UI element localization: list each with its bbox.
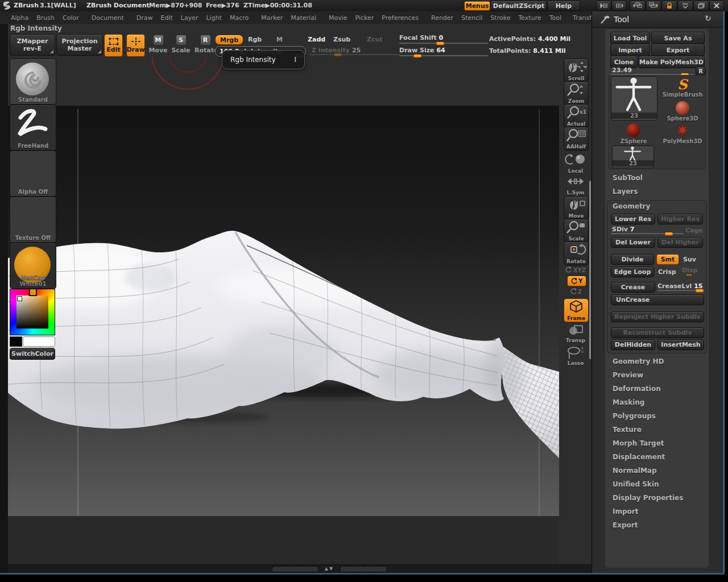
alpha-thumbnail[interactable]: Alpha Off	[10, 151, 56, 197]
reproject-button[interactable]: Reproject Higher Subdiv	[611, 311, 704, 322]
menu-draw[interactable]: Draw	[133, 14, 157, 22]
draw-size-slider[interactable]: Draw Size 64	[399, 47, 488, 57]
switch-color-button[interactable]: SwitchColor	[10, 348, 55, 360]
section-unified-skin[interactable]: Unified Skin	[613, 480, 659, 488]
creaselvl-slider[interactable]: CreaseLvl 15	[657, 282, 704, 291]
default-zscript-button[interactable]: DefaultZScript	[490, 1, 547, 11]
scroll-button[interactable]: Scroll	[564, 59, 589, 82]
transp-button[interactable]: Transp	[564, 323, 588, 344]
menu-tool[interactable]: Tool	[545, 14, 565, 22]
primary-color-swatch[interactable]	[23, 336, 55, 347]
prev-document-button[interactable]	[630, 1, 646, 11]
divide-button[interactable]: Divide	[611, 254, 654, 265]
focal-shift-slider[interactable]: Focal Shift 0	[399, 34, 488, 45]
next-document-button[interactable]	[646, 1, 661, 11]
section-deformation[interactable]: Deformation	[613, 385, 661, 393]
section-preview[interactable]: Preview	[613, 371, 643, 379]
document-canvas[interactable]	[8, 106, 559, 516]
section-displacement[interactable]: Displacement	[613, 453, 665, 461]
zoom-button[interactable]: Zoom	[564, 81, 589, 105]
z-intensity-handle[interactable]	[333, 53, 342, 57]
active-tool-thumbnail[interactable]: 23	[611, 76, 657, 120]
reconstruct-button[interactable]: Reconstruct Subdiv	[611, 327, 704, 338]
texture-thumbnail[interactable]: Texture Off	[10, 197, 56, 243]
projection-master-button[interactable]: Projection Master ◢	[56, 34, 103, 56]
tool-panel-header[interactable]: Tool ↻	[592, 11, 725, 28]
recent-tool-thumbnail[interactable]: 23	[612, 146, 654, 168]
zsphere-item[interactable]: ZSphere	[611, 123, 656, 146]
creaselvl-handle[interactable]	[695, 289, 704, 293]
section-masking[interactable]: Masking	[613, 398, 644, 406]
focal-shift-handle[interactable]	[436, 41, 445, 45]
menus-button[interactable]: Menus	[464, 1, 490, 11]
higher-res-button[interactable]: Higher Res	[657, 214, 703, 225]
zsub-button[interactable]: Zsub	[333, 36, 350, 43]
import-button[interactable]: Import	[610, 44, 650, 56]
menu-document[interactable]: Document	[88, 14, 128, 22]
draw-size-handle[interactable]	[413, 54, 422, 58]
simplebrush-item[interactable]: S SimpleBrush	[660, 76, 705, 99]
menu-light[interactable]: Light	[202, 14, 225, 22]
rotate-xyz-button[interactable]: XYZ	[564, 265, 588, 275]
menu-stencil[interactable]: Stencil	[457, 14, 486, 22]
menu-brush[interactable]: Brush	[32, 14, 59, 22]
menu-alpha[interactable]: Alpha	[7, 14, 32, 22]
rotate-button[interactable]: R Rotate	[195, 34, 216, 56]
edit-button[interactable]: Edit	[104, 34, 123, 57]
edge-loop-button[interactable]: Edge Loop	[611, 267, 654, 277]
panel-scrollbar[interactable]	[589, 181, 591, 359]
load-tool-button[interactable]: Load Tool	[610, 32, 650, 44]
disp-handle[interactable]	[685, 273, 693, 277]
smt-toggle[interactable]: Smt	[656, 254, 679, 265]
actual-button[interactable]: x1 Actual	[564, 104, 589, 128]
help-button[interactable]: Help	[547, 1, 580, 11]
menu-preferences[interactable]: Preferences	[378, 14, 423, 22]
section-morph-target[interactable]: Morph Target	[613, 439, 664, 447]
sphere3d-item[interactable]: Sphere3D	[660, 100, 705, 123]
polymesh3d-item[interactable]: PolyMesh3D	[660, 123, 705, 146]
tool-scale-slider[interactable]: 23.49	[611, 66, 694, 75]
section-geometry-hd[interactable]: Geometry HD	[613, 357, 664, 365]
section-display-properties[interactable]: Display Properties	[613, 494, 683, 502]
menu-render[interactable]: Render	[427, 14, 457, 22]
mrgb-button[interactable]: Mrgb	[215, 35, 243, 45]
section-geometry[interactable]: Geometry	[613, 202, 650, 210]
menu-picker[interactable]: Picker	[351, 14, 378, 22]
scale-button[interactable]: S Scale	[171, 34, 191, 56]
stroke-thumbnail-freehand[interactable]: FreeHand	[10, 105, 56, 151]
sculpt-model[interactable]	[8, 106, 559, 516]
del-higher-button[interactable]: Del Higher	[657, 237, 703, 248]
rotate-tool-button[interactable]: Rotate	[564, 242, 589, 265]
hide-left-tray-button[interactable]	[596, 1, 611, 11]
sdiv-slider[interactable]: SDiv 7	[611, 226, 684, 234]
lsym-button[interactable]: L.Sym	[564, 174, 588, 196]
local-button[interactable]: Local	[564, 153, 588, 174]
section-import[interactable]: Import	[613, 508, 638, 516]
scale-tool-button[interactable]: Scale	[564, 219, 589, 243]
color-picker[interactable]	[10, 289, 55, 335]
menu-stroke[interactable]: Stroke	[486, 14, 514, 22]
brush-thumbnail-standard[interactable]: Standard	[10, 59, 56, 105]
section-polygroups[interactable]: Polygroups	[613, 412, 656, 420]
disp-slider[interactable]: Disp	[681, 267, 704, 276]
restore-button[interactable]	[693, 1, 709, 11]
rotate-y-button[interactable]: Y	[567, 276, 586, 286]
bottom-scrollbar[interactable]: ▲▼	[8, 564, 592, 573]
scroll-up-icon[interactable]: ▲	[325, 566, 328, 571]
move-tool-button[interactable]: Move	[564, 196, 589, 220]
hscroll-arrows[interactable]: ▲▼	[318, 566, 339, 572]
cage-button[interactable]: Cage	[685, 227, 703, 234]
menu-edit[interactable]: Edit	[157, 14, 177, 22]
menu-movie[interactable]: Movie	[325, 14, 351, 22]
section-normalmap[interactable]: NormalMap	[613, 467, 657, 475]
zmapper-button[interactable]: ZMapper rev-E ◢	[10, 34, 55, 56]
r-button[interactable]: R	[696, 66, 706, 76]
lock-button[interactable]	[661, 1, 677, 11]
rgb-button[interactable]: Rgb	[248, 36, 262, 43]
insertmesh-button[interactable]: InsertMesh	[657, 339, 704, 350]
menu-texture[interactable]: Texture	[514, 14, 545, 22]
uncrease-button[interactable]: UnCrease	[611, 294, 704, 305]
scroll-down-icon[interactable]: ▼	[329, 566, 333, 571]
suv-toggle[interactable]: Suv	[683, 256, 696, 263]
move-button[interactable]: M Move	[148, 34, 168, 56]
